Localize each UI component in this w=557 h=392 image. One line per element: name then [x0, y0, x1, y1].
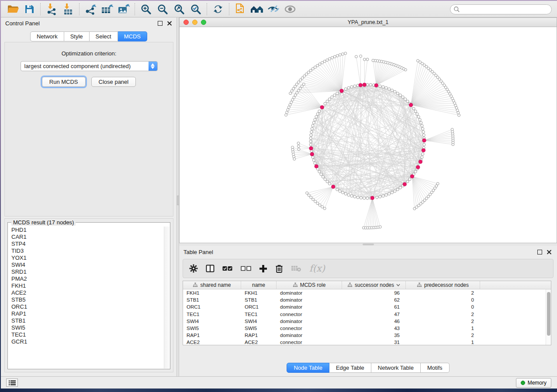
table-cell[interactable]: 2	[406, 290, 480, 296]
tab-network-table[interactable]: Network Table	[371, 363, 421, 373]
table-cell[interactable]: ORC1	[241, 304, 277, 309]
mcds-result-item[interactable]: PMA2	[8, 275, 164, 282]
mcds-result-item[interactable]: STB5	[8, 296, 164, 303]
table-cell[interactable]: 0	[406, 297, 480, 303]
table-cell[interactable]: 1	[406, 326, 480, 331]
mcds-result-item[interactable]: ACE2	[8, 289, 164, 296]
open-file-icon[interactable]	[5, 3, 20, 16]
mcds-result-item[interactable]: ORC1	[8, 303, 164, 310]
close-panel-button[interactable]: Close panel	[91, 77, 136, 87]
show-columns-icon[interactable]	[206, 262, 214, 275]
table-cell[interactable]: 2	[406, 319, 480, 324]
tab-motifs[interactable]: Motifs	[421, 363, 450, 373]
table-row[interactable]: ACE2ACE2connector311	[183, 339, 551, 345]
table-cell[interactable]: TEC1	[241, 312, 277, 317]
column-header-shared-name[interactable]: shared name	[183, 281, 241, 289]
table-cell[interactable]: 2	[406, 312, 480, 317]
hide-selected-icon[interactable]	[266, 3, 281, 16]
mcds-result-item[interactable]: FKH1	[8, 282, 164, 289]
float-panel-icon[interactable]	[537, 250, 542, 254]
apply-layout-icon[interactable]	[211, 3, 225, 16]
tab-style[interactable]: Style	[64, 31, 90, 41]
zoom-in-icon[interactable]	[138, 3, 153, 16]
table-cell[interactable]: SWI4	[183, 319, 241, 324]
column-header-name[interactable]: name	[241, 281, 277, 289]
add-column-icon[interactable]	[259, 262, 267, 275]
tab-select[interactable]: Select	[90, 31, 118, 41]
table-cell[interactable]: RAP1	[241, 333, 277, 338]
table-cell[interactable]: 96	[342, 290, 406, 296]
mcds-result-item[interactable]: TID3	[8, 248, 164, 254]
memory-button[interactable]: Memory	[516, 378, 551, 388]
window-minimize-icon[interactable]	[192, 20, 197, 25]
table-cell[interactable]: dominator	[277, 290, 342, 296]
table-row[interactable]: STB1STB1dominator620	[183, 296, 551, 303]
table-cell[interactable]: 62	[342, 297, 406, 303]
deselect-all-rows-icon[interactable]	[241, 262, 251, 275]
table-cell[interactable]: 61	[342, 304, 406, 309]
delete-column-trash-icon[interactable]	[275, 262, 283, 275]
mcds-result-item[interactable]: GCR1	[8, 338, 164, 345]
first-neighbors-icon[interactable]	[249, 3, 264, 16]
tab-mcds[interactable]: MCDS	[118, 31, 147, 41]
table-cell[interactable]: SWI4	[241, 319, 277, 324]
table-cell[interactable]: STB1	[241, 297, 277, 303]
network-window-titlebar[interactable]: YPA_prune.txt_1	[180, 18, 557, 27]
table-cell[interactable]: ACE2	[183, 340, 241, 345]
show-all-icon[interactable]	[283, 3, 298, 16]
table-cell[interactable]: ORC1	[183, 304, 241, 309]
close-panel-icon[interactable]	[167, 21, 172, 26]
import-table-icon[interactable]	[61, 3, 76, 16]
mcds-result-item[interactable]: CAR1	[8, 234, 164, 241]
mcds-result-item[interactable]: SRD1	[8, 268, 164, 275]
column-header-mcds-role[interactable]: MCDS role	[277, 281, 342, 289]
tab-edge-table[interactable]: Edge Table	[329, 363, 371, 373]
table-cell[interactable]: 35	[342, 333, 406, 338]
table-cell[interactable]: SWI5	[183, 326, 241, 331]
window-close-icon[interactable]	[183, 20, 189, 25]
select-all-rows-icon[interactable]	[222, 262, 233, 275]
export-network-icon[interactable]	[83, 3, 98, 16]
table-cell[interactable]: STB1	[183, 297, 241, 303]
table-cell[interactable]: 2	[406, 333, 480, 338]
splitter-grip[interactable]	[363, 244, 374, 245]
table-cell[interactable]: FKH1	[183, 290, 241, 296]
mcds-result-item[interactable]: RAP1	[8, 310, 164, 317]
table-cell[interactable]: FKH1	[241, 290, 277, 296]
table-row[interactable]: TEC1TEC1connector472	[183, 311, 551, 318]
table-row[interactable]: SWI4SWI4dominator462	[183, 318, 551, 325]
table-cell[interactable]: SWI5	[241, 326, 277, 331]
mcds-result-item[interactable]: STB1	[8, 317, 164, 324]
tab-node-table[interactable]: Node Table	[287, 363, 329, 373]
mcds-result-item[interactable]: YOX1	[8, 254, 164, 261]
mcds-result-item[interactable]: TEC1	[8, 331, 164, 338]
table-cell[interactable]: 31	[342, 340, 406, 345]
column-header-predecessor-nodes[interactable]: predecessor nodes	[406, 281, 480, 289]
export-image-icon[interactable]	[116, 3, 131, 16]
zoom-selected-icon[interactable]	[188, 3, 203, 16]
table-cell[interactable]: connector	[277, 340, 342, 345]
window-zoom-icon[interactable]	[201, 20, 206, 25]
table-cell[interactable]: dominator	[277, 304, 342, 309]
run-mcds-button[interactable]: Run MCDS	[42, 77, 86, 87]
import-network-icon[interactable]	[44, 3, 59, 16]
table-scrollbar[interactable]	[546, 289, 551, 345]
table-cell[interactable]: dominator	[277, 333, 342, 338]
search-input[interactable]	[450, 4, 552, 14]
zoom-fit-icon[interactable]	[172, 3, 187, 16]
table-cell[interactable]: 43	[342, 326, 406, 331]
table-scrollbar-thumb[interactable]	[547, 292, 550, 336]
table-cell[interactable]: connector	[277, 312, 342, 317]
table-cell[interactable]: dominator	[277, 319, 342, 324]
table-cell[interactable]: TEC1	[183, 312, 241, 317]
table-cell[interactable]: 1	[406, 340, 480, 345]
mcds-result-scrollbar[interactable]	[164, 227, 170, 368]
network-canvas[interactable]	[180, 27, 557, 243]
function-builder-icon[interactable]: f(x)	[309, 262, 325, 275]
table-cell[interactable]: 47	[342, 312, 406, 317]
table-cell[interactable]: 46	[342, 319, 406, 324]
mcds-result-item[interactable]: SWI5	[8, 324, 164, 331]
table-cell[interactable]: 0	[406, 304, 480, 309]
table-cell[interactable]: dominator	[277, 297, 342, 303]
column-header-successor-nodes[interactable]: successor nodes	[342, 281, 406, 289]
